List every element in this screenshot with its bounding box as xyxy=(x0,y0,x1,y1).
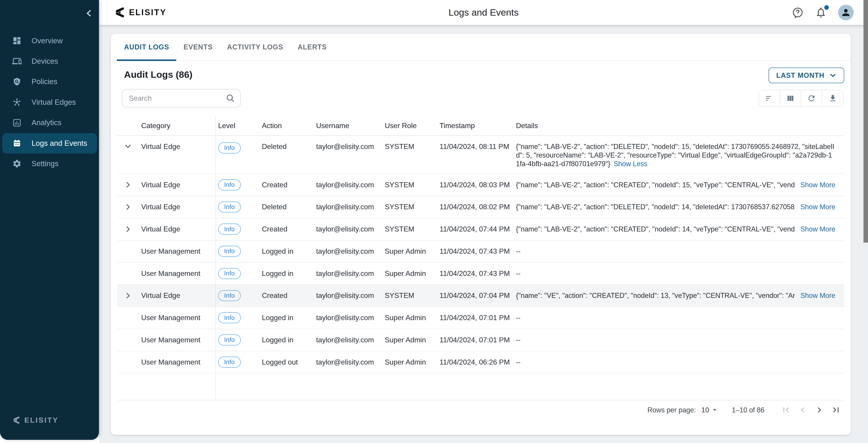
sidebar-item-analytics[interactable]: Analytics xyxy=(2,113,97,133)
last-page-button[interactable] xyxy=(828,402,844,418)
table-row[interactable]: Virtual Edge Info Deleted taylor@elisity… xyxy=(117,136,844,174)
audit-logs-table: Category Level Action Username User Role… xyxy=(117,116,844,419)
first-page-button[interactable] xyxy=(778,402,795,418)
sidebar-item-settings[interactable]: Settings xyxy=(2,153,97,174)
top-app-bar: ELISITY Logs and Events xyxy=(99,0,868,25)
sidebar-item-label: Virtual Edges xyxy=(31,98,76,107)
table-row[interactable]: Virtual Edge Info Created taylor@elisity… xyxy=(117,218,844,240)
column-header-details: Details xyxy=(513,121,844,130)
search-input[interactable] xyxy=(122,89,241,108)
cell-details: -- xyxy=(513,358,844,366)
sidebar-footer-wordmark: ELISITY xyxy=(25,416,59,424)
cell-username: taylor@elisity.com xyxy=(313,181,382,189)
chevron-down-icon xyxy=(829,71,837,79)
app-window: OverviewDevicesPoliciesVirtual EdgesAnal… xyxy=(0,0,868,443)
sidebar-item-label: Devices xyxy=(31,57,58,65)
cell-action: Logged in xyxy=(259,269,313,278)
cell-username: taylor@elisity.com xyxy=(313,336,382,344)
table-empty-space xyxy=(117,374,844,400)
table-row[interactable]: User Management Info Logged in taylor@el… xyxy=(117,240,844,263)
details-toggle-link[interactable]: Show More xyxy=(800,225,835,233)
column-header-username: Username xyxy=(313,121,382,130)
table-row[interactable]: User Management Info Logged in taylor@el… xyxy=(117,307,844,329)
table-row[interactable]: User Management Info Logged out taylor@e… xyxy=(117,351,844,374)
table-toolbar xyxy=(758,90,843,107)
sidebar-item-overview[interactable]: Overview xyxy=(2,30,97,51)
user-avatar[interactable] xyxy=(838,5,854,20)
download-icon[interactable] xyxy=(822,90,843,107)
tab-activity-logs[interactable]: ACTIVITY LOGS xyxy=(220,34,290,61)
sidebar: OverviewDevicesPoliciesVirtual EdgesAnal… xyxy=(0,0,99,440)
cell-category: User Management xyxy=(138,358,215,366)
expand-chevron-icon[interactable] xyxy=(123,202,133,212)
column-header-timestamp: Timestamp xyxy=(437,121,513,130)
cell-username: taylor@elisity.com xyxy=(313,314,382,322)
cell-username: taylor@elisity.com xyxy=(313,225,382,233)
cell-username: taylor@elisity.com xyxy=(313,358,382,366)
expand-chevron-icon[interactable] xyxy=(123,291,133,301)
pinned-column-divider xyxy=(215,116,216,400)
sidebar-item-devices[interactable]: Devices xyxy=(2,51,97,71)
details-toggle-link[interactable]: Show More xyxy=(800,181,835,189)
gear-icon xyxy=(12,159,22,169)
date-range-filter-button[interactable]: LAST MONTH xyxy=(769,67,844,83)
refresh-icon[interactable] xyxy=(801,90,822,107)
cell-action: Logged in xyxy=(259,314,313,322)
table-row[interactable]: User Management Info Logged in taylor@el… xyxy=(117,329,844,351)
search-box xyxy=(122,89,241,108)
cell-category: User Management xyxy=(138,336,215,344)
scrollbar-thumb[interactable] xyxy=(864,0,868,243)
pagination-range: 1–10 of 86 xyxy=(732,406,765,414)
sidebar-item-virtual-edges[interactable]: Virtual Edges xyxy=(2,92,97,113)
details-json-text: {"name": "LAB-VE-2", "action": "DELETED"… xyxy=(516,143,834,168)
sidebar-item-logs-and-events[interactable]: Logs and Events xyxy=(2,133,97,153)
sidebar-item-policies[interactable]: Policies xyxy=(2,71,97,92)
help-icon[interactable] xyxy=(792,6,804,19)
cell-timestamp: 11/04/2024, 07:04 PM xyxy=(437,291,513,300)
window-scrollbar[interactable] xyxy=(864,0,868,443)
cell-action: Deleted xyxy=(259,136,313,151)
table-row[interactable]: User Management Info Logged in taylor@el… xyxy=(117,263,844,285)
cell-category: Virtual Edge xyxy=(138,291,215,300)
details-json-text: {"name": "VE", "action": "CREATED", "nod… xyxy=(516,292,795,299)
cell-username: taylor@elisity.com xyxy=(313,203,382,211)
notifications-bell-icon[interactable] xyxy=(815,6,827,19)
cell-category: User Management xyxy=(138,269,215,278)
details-toggle-link[interactable]: Show Less xyxy=(614,160,647,168)
filter-icon[interactable] xyxy=(759,90,780,107)
table-row[interactable]: Virtual Edge Info Deleted taylor@elisity… xyxy=(117,196,844,218)
previous-page-button[interactable] xyxy=(795,402,811,418)
details-toggle-link[interactable]: Show More xyxy=(800,203,835,211)
cell-timestamp: 11/04/2024, 08:03 PM xyxy=(437,181,513,189)
table-row[interactable]: Virtual Edge Info Created taylor@elisity… xyxy=(117,285,844,307)
columns-icon[interactable] xyxy=(780,90,801,107)
table-row[interactable]: Virtual Edge Info Created taylor@elisity… xyxy=(117,174,844,196)
cell-timestamp: 11/04/2024, 06:26 PM xyxy=(437,358,513,366)
cell-action: Logged out xyxy=(259,358,313,366)
cell-category: Virtual Edge xyxy=(138,136,215,151)
details-json-text: -- xyxy=(516,270,835,277)
cell-category: User Management xyxy=(138,247,215,256)
main-area: ELISITY Logs and Events AUDIT LOGSEVENTS… xyxy=(99,0,868,443)
cell-action: Logged in xyxy=(259,247,313,256)
cell-timestamp: 11/04/2024, 07:01 PM xyxy=(437,336,513,344)
rows-per-page-select[interactable]: 10 xyxy=(702,406,718,414)
next-page-button[interactable] xyxy=(811,402,828,418)
table-header-row: Category Level Action Username User Role… xyxy=(117,116,844,136)
hub-icon xyxy=(12,97,22,107)
sidebar-item-label: Policies xyxy=(31,77,57,86)
expand-chevron-icon[interactable] xyxy=(123,224,133,234)
details-toggle-link[interactable]: Show More xyxy=(800,292,835,299)
tab-audit-logs[interactable]: AUDIT LOGS xyxy=(117,34,177,61)
expand-chevron-icon[interactable] xyxy=(123,141,133,151)
cell-username: taylor@elisity.com xyxy=(313,136,382,151)
cell-action: Deleted xyxy=(259,203,313,211)
cell-details: -- xyxy=(513,247,844,255)
tab-events[interactable]: EVENTS xyxy=(176,34,220,61)
cell-userrole: Super Admin xyxy=(382,358,437,366)
expand-chevron-icon[interactable] xyxy=(123,180,133,190)
pagination-bar: Rows per page: 10 1–10 of 86 xyxy=(117,400,844,419)
sidebar-nav: OverviewDevicesPoliciesVirtual EdgesAnal… xyxy=(0,30,99,174)
tab-alerts[interactable]: ALERTS xyxy=(290,34,334,61)
sidebar-collapse-icon[interactable] xyxy=(85,9,94,18)
